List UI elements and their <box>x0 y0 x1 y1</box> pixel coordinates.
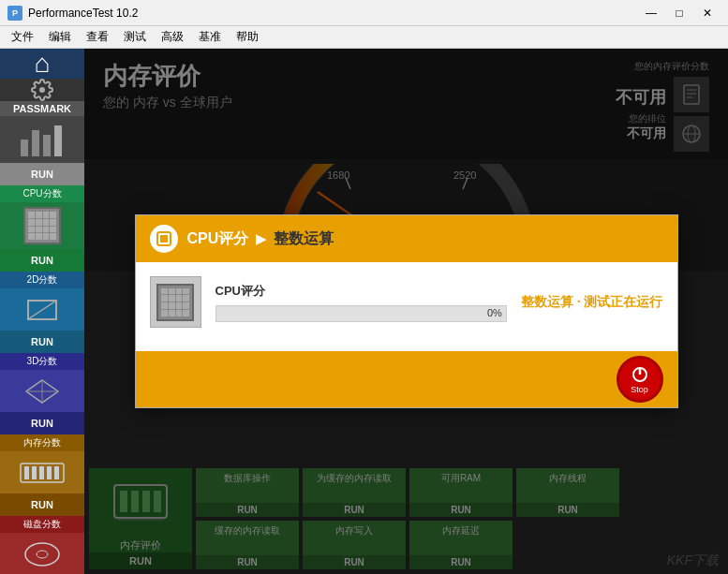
2d-icon-box <box>0 288 84 331</box>
modal-body: CPU评分 0% 整数运算 · 测试正在运行 <box>136 262 677 351</box>
passmark-label: PASSMARK <box>0 101 84 116</box>
2d-label: 2D分数 <box>0 272 84 288</box>
svg-rect-2 <box>32 130 39 156</box>
menu-advanced[interactable]: 高级 <box>154 27 191 47</box>
passmark-icon-box <box>0 116 84 163</box>
stop-label: Stop <box>631 385 648 394</box>
svg-rect-3 <box>43 135 51 156</box>
window-title: PerformanceTest 10.2 <box>28 7 138 20</box>
sidebar-section-2d: 2D分数 RUN <box>0 272 84 353</box>
test-icon-box <box>150 276 201 328</box>
title-bar-controls: — □ ✕ <box>638 4 721 22</box>
svg-rect-13 <box>39 466 44 479</box>
3d-label: 3D分数 <box>0 353 84 370</box>
passmark-run-button[interactable]: RUN <box>0 163 84 185</box>
minimize-button[interactable]: — <box>638 4 664 22</box>
gear-icon <box>31 79 53 101</box>
modal-dialog: CPU评分 ▶ 整数运算 <box>135 214 678 408</box>
progress-bar: 0% <box>215 305 507 322</box>
title-bar-left: P PerformanceTest 10.2 <box>7 6 138 21</box>
modal-subtitle: 整数运算 <box>274 229 334 249</box>
menu-edit[interactable]: 编辑 <box>41 27 79 47</box>
modal-header-icon <box>150 225 178 253</box>
menu-file[interactable]: 文件 <box>4 27 41 47</box>
test-name-label: CPU评分 <box>215 283 507 300</box>
title-bar: P PerformanceTest 10.2 — □ ✕ <box>0 0 728 26</box>
mem-run-button[interactable]: RUN <box>0 493 84 516</box>
cpu-icon-box <box>0 202 84 249</box>
svg-point-16 <box>25 543 59 566</box>
sidebar-item-home[interactable]: ⌂ <box>0 49 84 79</box>
svg-rect-14 <box>47 466 52 479</box>
modal-footer: Stop <box>136 351 677 407</box>
sidebar-section-disk: 磁盘分数 RUN <box>0 516 84 574</box>
cpu-chip-visual <box>156 284 194 321</box>
menu-help[interactable]: 帮助 <box>229 27 266 47</box>
disk-label: 磁盘分数 <box>0 516 84 533</box>
sidebar-settings[interactable] <box>0 79 84 101</box>
content-area: 内存评价 您的 内存 vs 全球用户 您的内存评价分数 不可用 您的排位 不可用 <box>84 49 728 574</box>
2d-run-button[interactable]: RUN <box>0 331 84 353</box>
modal-breadcrumb: CPU评分 ▶ 整数运算 <box>187 229 334 249</box>
3d-run-button[interactable]: RUN <box>0 412 84 434</box>
menu-test[interactable]: 测试 <box>116 27 154 47</box>
menu-view[interactable]: 查看 <box>79 27 116 47</box>
close-button[interactable]: ✕ <box>694 4 721 22</box>
svg-line-6 <box>28 301 56 319</box>
power-icon <box>631 365 649 384</box>
svg-rect-4 <box>54 125 62 156</box>
2d-icon <box>23 296 61 324</box>
passmark-chart-icon <box>19 121 66 158</box>
sidebar-section-mem: 内存分数 RUN <box>0 434 84 516</box>
sidebar-section-cpu: CPU分数 RUN <box>0 185 84 272</box>
test-row: CPU评分 0% 整数运算 · 测试正在运行 <box>150 276 663 328</box>
mem-icon-box <box>0 451 84 493</box>
modal-overlay: CPU评分 ▶ 整数运算 <box>84 49 728 574</box>
cpu-run-button[interactable]: RUN <box>0 249 84 272</box>
sidebar-section-passmark: PASSMARK RUN <box>0 101 84 185</box>
maximize-button[interactable]: □ <box>666 4 692 22</box>
test-info: CPU评分 0% <box>215 283 507 322</box>
menu-bar: 文件 编辑 查看 测试 高级 基准 帮助 <box>0 26 728 49</box>
test-status: 整数运算 · 测试正在运行 <box>521 294 663 311</box>
svg-rect-11 <box>24 466 29 479</box>
app-icon: P <box>7 6 22 21</box>
svg-rect-1 <box>21 140 28 156</box>
svg-rect-12 <box>32 466 37 479</box>
disk-icon-box <box>0 533 84 574</box>
disk-icon <box>23 540 61 568</box>
sidebar: ⌂ PASSMARK RUN CPU分数 <box>0 49 84 574</box>
stop-button[interactable]: Stop <box>617 356 663 403</box>
progress-percent: 0% <box>487 307 502 318</box>
cpu-label: CPU分数 <box>0 185 84 202</box>
svg-rect-38 <box>160 235 168 243</box>
modal-title: CPU评分 <box>187 229 249 249</box>
breadcrumb-arrow: ▶ <box>256 231 266 246</box>
mem-label: 内存分数 <box>0 434 84 451</box>
cpu-chip-icon <box>23 207 61 244</box>
mem-icon <box>19 459 66 487</box>
menu-baseline[interactable]: 基准 <box>191 27 229 47</box>
home-icon: ⌂ <box>35 49 51 79</box>
svg-point-0 <box>39 87 45 93</box>
svg-point-17 <box>37 551 48 558</box>
3d-icon-box <box>0 370 84 412</box>
cpu-modal-icon <box>156 230 172 247</box>
modal-header: CPU评分 ▶ 整数运算 <box>136 215 677 262</box>
sidebar-section-3d: 3D分数 RUN <box>0 353 84 434</box>
3d-icon <box>23 377 61 405</box>
main-area: ⌂ PASSMARK RUN CPU分数 <box>0 49 728 574</box>
svg-rect-15 <box>54 466 59 479</box>
